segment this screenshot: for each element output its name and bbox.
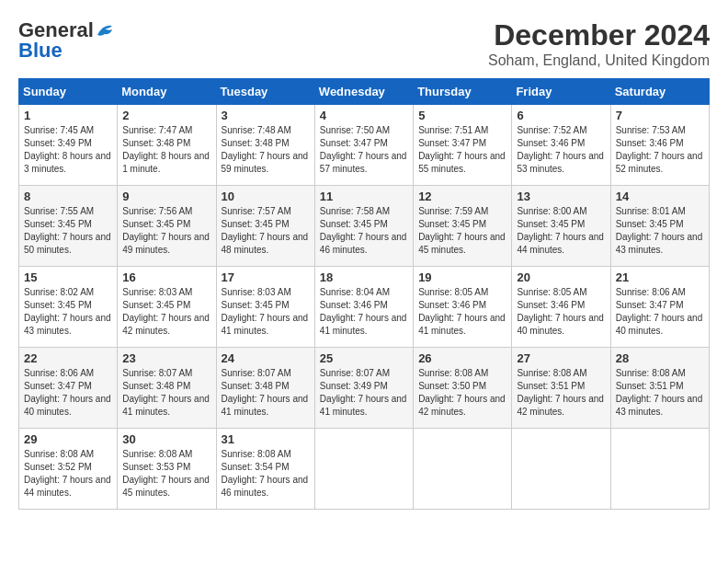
day-number: 12 xyxy=(418,190,506,203)
day-cell-11: 11 Sunrise: 7:58 AMSunset: 3:45 PMDaylig… xyxy=(314,186,413,267)
cell-info: Sunrise: 8:08 AMSunset: 3:52 PMDaylight:… xyxy=(24,449,111,498)
logo-bird-icon xyxy=(96,22,116,39)
empty-cell xyxy=(314,429,413,510)
day-cell-17: 17 Sunrise: 8:03 AMSunset: 3:45 PMDaylig… xyxy=(216,267,314,348)
calendar-header-row: SundayMondayTuesdayWednesdayThursdayFrid… xyxy=(19,79,710,105)
cell-info: Sunrise: 8:07 AMSunset: 3:48 PMDaylight:… xyxy=(222,368,309,417)
day-cell-18: 18 Sunrise: 8:04 AMSunset: 3:46 PMDaylig… xyxy=(314,267,413,348)
day-number: 3 xyxy=(222,109,310,122)
cell-info: Sunrise: 8:08 AMSunset: 3:51 PMDaylight:… xyxy=(616,368,703,417)
cell-info: Sunrise: 8:08 AMSunset: 3:53 PMDaylight:… xyxy=(122,449,210,498)
month-title: December 2024 xyxy=(488,18,710,52)
logo: General Blue xyxy=(18,18,116,63)
day-cell-2: 2 Sunrise: 7:47 AMSunset: 3:48 PMDayligh… xyxy=(118,105,216,186)
cell-info: Sunrise: 7:50 AMSunset: 3:47 PMDaylight:… xyxy=(320,125,407,174)
day-number: 30 xyxy=(122,432,210,446)
location-subtitle: Soham, England, United Kingdom xyxy=(488,52,710,69)
day-cell-10: 10 Sunrise: 7:57 AMSunset: 3:45 PMDaylig… xyxy=(216,186,314,267)
day-number: 9 xyxy=(122,190,210,203)
day-cell-29: 29 Sunrise: 8:08 AMSunset: 3:52 PMDaylig… xyxy=(19,429,118,510)
day-cell-12: 12 Sunrise: 7:59 AMSunset: 3:45 PMDaylig… xyxy=(414,186,512,267)
header-wednesday: Wednesday xyxy=(314,79,413,105)
cell-info: Sunrise: 8:03 AMSunset: 3:45 PMDaylight:… xyxy=(222,287,309,336)
day-cell-23: 23 Sunrise: 8:07 AMSunset: 3:48 PMDaylig… xyxy=(118,348,216,429)
day-cell-7: 7 Sunrise: 7:53 AMSunset: 3:46 PMDayligh… xyxy=(610,105,709,186)
title-area: December 2024 Soham, England, United Kin… xyxy=(488,18,710,69)
day-cell-14: 14 Sunrise: 8:01 AMSunset: 3:45 PMDaylig… xyxy=(610,186,709,267)
header-monday: Monday xyxy=(118,79,216,105)
day-number: 11 xyxy=(320,190,408,203)
cell-info: Sunrise: 8:05 AMSunset: 3:46 PMDaylight:… xyxy=(418,287,506,336)
day-number: 10 xyxy=(222,190,310,203)
cell-info: Sunrise: 8:08 AMSunset: 3:54 PMDaylight:… xyxy=(222,449,309,498)
day-number: 26 xyxy=(418,351,506,365)
week-row-4: 22 Sunrise: 8:06 AMSunset: 3:47 PMDaylig… xyxy=(19,348,710,429)
day-number: 21 xyxy=(616,270,704,284)
day-number: 23 xyxy=(122,351,210,365)
day-number: 4 xyxy=(320,109,408,122)
header-sunday: Sunday xyxy=(19,79,118,105)
day-number: 31 xyxy=(222,432,310,446)
day-cell-15: 15 Sunrise: 8:02 AMSunset: 3:45 PMDaylig… xyxy=(19,267,118,348)
page-header: General Blue December 2024 Soham, Englan… xyxy=(18,18,710,69)
header-thursday: Thursday xyxy=(414,79,512,105)
day-number: 24 xyxy=(222,351,310,365)
day-cell-1: 1 Sunrise: 7:45 AMSunset: 3:49 PMDayligh… xyxy=(19,105,118,186)
empty-cell xyxy=(414,429,512,510)
day-cell-3: 3 Sunrise: 7:48 AMSunset: 3:48 PMDayligh… xyxy=(216,105,314,186)
day-number: 13 xyxy=(517,190,605,203)
day-number: 20 xyxy=(517,270,605,284)
day-number: 18 xyxy=(320,270,408,284)
day-cell-21: 21 Sunrise: 8:06 AMSunset: 3:47 PMDaylig… xyxy=(610,267,709,348)
day-cell-25: 25 Sunrise: 8:07 AMSunset: 3:49 PMDaylig… xyxy=(314,348,413,429)
day-cell-28: 28 Sunrise: 8:08 AMSunset: 3:51 PMDaylig… xyxy=(610,348,709,429)
day-number: 16 xyxy=(122,270,210,284)
day-number: 28 xyxy=(616,351,704,365)
day-number: 19 xyxy=(418,270,506,284)
day-number: 5 xyxy=(418,109,506,122)
cell-info: Sunrise: 8:04 AMSunset: 3:46 PMDaylight:… xyxy=(320,287,407,336)
day-cell-13: 13 Sunrise: 8:00 AMSunset: 3:45 PMDaylig… xyxy=(512,186,610,267)
cell-info: Sunrise: 8:05 AMSunset: 3:46 PMDaylight:… xyxy=(517,287,604,336)
day-cell-6: 6 Sunrise: 7:52 AMSunset: 3:46 PMDayligh… xyxy=(512,105,610,186)
day-cell-4: 4 Sunrise: 7:50 AMSunset: 3:47 PMDayligh… xyxy=(314,105,413,186)
day-number: 29 xyxy=(24,432,112,446)
day-number: 7 xyxy=(616,109,704,122)
cell-info: Sunrise: 7:48 AMSunset: 3:48 PMDaylight:… xyxy=(222,125,309,174)
day-cell-26: 26 Sunrise: 8:08 AMSunset: 3:50 PMDaylig… xyxy=(414,348,512,429)
header-tuesday: Tuesday xyxy=(216,79,314,105)
cell-info: Sunrise: 8:08 AMSunset: 3:51 PMDaylight:… xyxy=(517,368,604,417)
day-cell-30: 30 Sunrise: 8:08 AMSunset: 3:53 PMDaylig… xyxy=(118,429,216,510)
cell-info: Sunrise: 7:59 AMSunset: 3:45 PMDaylight:… xyxy=(418,206,506,255)
day-cell-31: 31 Sunrise: 8:08 AMSunset: 3:54 PMDaylig… xyxy=(216,429,314,510)
cell-info: Sunrise: 7:56 AMSunset: 3:45 PMDaylight:… xyxy=(122,206,210,255)
day-number: 8 xyxy=(24,190,112,203)
day-cell-9: 9 Sunrise: 7:56 AMSunset: 3:45 PMDayligh… xyxy=(118,186,216,267)
cell-info: Sunrise: 7:57 AMSunset: 3:45 PMDaylight:… xyxy=(222,206,309,255)
day-number: 14 xyxy=(616,190,704,203)
empty-cell xyxy=(610,429,709,510)
day-cell-22: 22 Sunrise: 8:06 AMSunset: 3:47 PMDaylig… xyxy=(19,348,118,429)
cell-info: Sunrise: 8:07 AMSunset: 3:49 PMDaylight:… xyxy=(320,368,407,417)
cell-info: Sunrise: 8:01 AMSunset: 3:45 PMDaylight:… xyxy=(616,206,703,255)
day-number: 27 xyxy=(517,351,605,365)
day-number: 2 xyxy=(122,109,210,122)
calendar-table: SundayMondayTuesdayWednesdayThursdayFrid… xyxy=(18,78,710,510)
cell-info: Sunrise: 7:53 AMSunset: 3:46 PMDaylight:… xyxy=(616,125,703,174)
week-row-5: 29 Sunrise: 8:08 AMSunset: 3:52 PMDaylig… xyxy=(19,429,710,510)
logo-text-blue: Blue xyxy=(18,39,63,63)
cell-info: Sunrise: 7:52 AMSunset: 3:46 PMDaylight:… xyxy=(517,125,604,174)
day-number: 17 xyxy=(222,270,310,284)
day-number: 6 xyxy=(517,109,605,122)
day-cell-5: 5 Sunrise: 7:51 AMSunset: 3:47 PMDayligh… xyxy=(414,105,512,186)
day-number: 22 xyxy=(24,351,112,365)
week-row-3: 15 Sunrise: 8:02 AMSunset: 3:45 PMDaylig… xyxy=(19,267,710,348)
cell-info: Sunrise: 8:03 AMSunset: 3:45 PMDaylight:… xyxy=(122,287,210,336)
cell-info: Sunrise: 8:06 AMSunset: 3:47 PMDaylight:… xyxy=(616,287,703,336)
day-cell-19: 19 Sunrise: 8:05 AMSunset: 3:46 PMDaylig… xyxy=(414,267,512,348)
day-cell-16: 16 Sunrise: 8:03 AMSunset: 3:45 PMDaylig… xyxy=(118,267,216,348)
cell-info: Sunrise: 8:02 AMSunset: 3:45 PMDaylight:… xyxy=(24,287,111,336)
empty-cell xyxy=(512,429,610,510)
day-number: 15 xyxy=(24,270,112,284)
cell-info: Sunrise: 8:06 AMSunset: 3:47 PMDaylight:… xyxy=(24,368,111,417)
